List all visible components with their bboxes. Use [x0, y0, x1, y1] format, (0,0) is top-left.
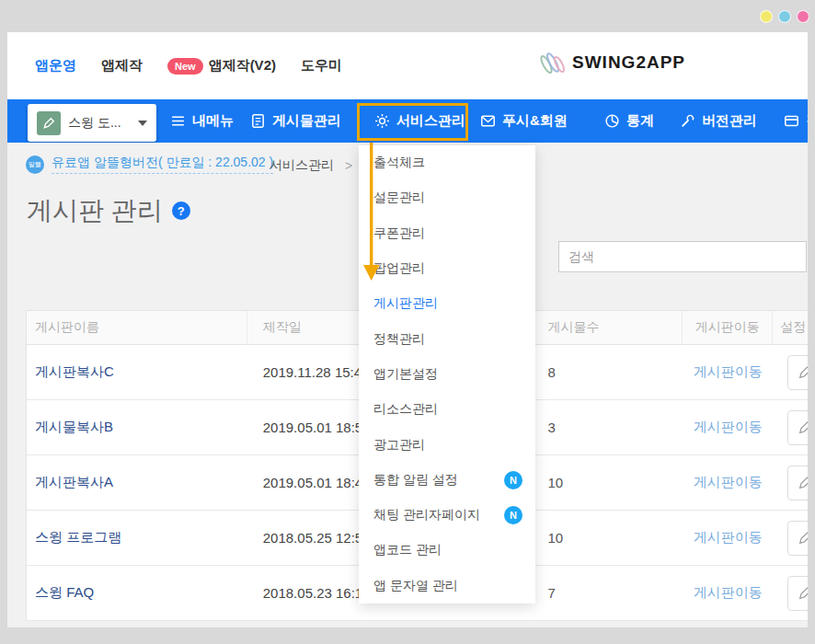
tab-helper[interactable]: 도우미 [301, 57, 342, 75]
edit-button[interactable] [787, 576, 808, 611]
app-window: 앱운영 앱제작 New 앱제작(V2) 도우미 SWING2APP 스윙 도.. [7, 32, 808, 627]
plan-text[interactable]: 유료앱 알뜰형버전( 만료일 : 22.05.02 ) [52, 155, 273, 174]
menu-item-survey[interactable]: 설문관리 [359, 180, 535, 215]
page-title: 게시판 관리 ? [27, 193, 190, 228]
menu-item-app-code[interactable]: 앱코드 관리 [359, 533, 535, 568]
menu-item-coupon[interactable]: 쿠폰관리 [359, 216, 535, 251]
nav-item-push-members[interactable]: 푸시&회원 [480, 99, 568, 143]
menu-item-label: 리소스관리 [373, 401, 438, 418]
tab-helper-label: 도우미 [301, 57, 342, 75]
tab-app-create[interactable]: 앱제작 [101, 57, 143, 75]
pie-icon [604, 113, 620, 129]
pencil-icon [798, 531, 808, 546]
page-title-label: 게시판 관리 [27, 193, 163, 228]
window-control-yellow[interactable] [760, 10, 773, 23]
pencil-icon [798, 586, 808, 601]
col-header-post-count: 게시물수 [529, 311, 683, 344]
nav-item-post-management[interactable]: 게시물관리 [250, 99, 341, 143]
nav-item-payment[interactable]: 결 [784, 99, 808, 143]
post-count: 8 [529, 364, 683, 380]
nav-item-service-management[interactable]: 서비스관리 [374, 99, 465, 143]
edit-button[interactable] [787, 410, 808, 445]
tab-app-create-v2-label: 앱제작(V2) [209, 57, 276, 75]
board-move-link[interactable]: 게시판이동 [694, 584, 763, 602]
plan-badge: 알뜰 [26, 155, 44, 174]
app-selector-label: 스윙 도... [68, 115, 131, 132]
new-feature-badge: N [504, 506, 522, 524]
menu-item-board-management[interactable]: 게시판관리 [359, 286, 535, 321]
edit-button[interactable] [787, 355, 808, 390]
board-move-link[interactable]: 게시판이동 [694, 419, 763, 436]
menu-item-app-basic-settings[interactable]: 앱기본설정 [359, 357, 535, 392]
new-badge: New [167, 58, 203, 75]
pencil-icon [37, 111, 61, 135]
nav-item-my-menu[interactable]: 내메뉴 [170, 99, 234, 143]
nav-item-payment-label: 결 [806, 112, 808, 130]
post-count: 7 [529, 585, 683, 601]
nav-item-service-management-label: 서비스관리 [396, 112, 465, 130]
post-count: 10 [529, 530, 683, 546]
board-move-link[interactable]: 게시판이동 [694, 474, 763, 491]
hamburger-icon [170, 113, 186, 129]
nav-item-statistics[interactable]: 통계 [604, 99, 654, 143]
menu-item-resource[interactable]: 리소스관리 [359, 392, 535, 427]
menu-item-label: 광고관리 [373, 437, 425, 454]
board-name-link[interactable]: 게시판복사C [35, 363, 114, 381]
menu-item-label: 통합 알림 설정 [373, 472, 458, 489]
board-name-link[interactable]: 스윙 프로그램 [35, 529, 121, 546]
nav-item-push-members-label: 푸시&회원 [502, 112, 568, 130]
help-icon[interactable]: ? [172, 201, 190, 220]
col-header-board-move: 게시판이동 [683, 311, 773, 344]
pencil-icon [798, 476, 808, 490]
window-control-blue[interactable] [778, 10, 791, 23]
menu-item-label: 설문관리 [373, 190, 425, 206]
edit-button[interactable] [787, 466, 808, 500]
breadcrumb-section-label: 서비스관리 [270, 157, 334, 174]
wrench-icon [680, 113, 695, 129]
nav-item-my-menu-label: 내메뉴 [192, 112, 234, 130]
menu-item-label: 앱기본설정 [373, 366, 438, 383]
menu-item-label: 쿠폰관리 [373, 225, 425, 242]
main-nav-bar: 스윙 도... 내메뉴 게시물관리 서비스관리 푸시&회원 통계 버전관리 [7, 99, 808, 143]
board-name-link[interactable]: 게시물복사B [35, 419, 113, 436]
nav-item-version-management-label: 버전관리 [702, 112, 757, 130]
nav-item-post-management-label: 게시물관리 [272, 112, 341, 130]
menu-item-policy[interactable]: 정책관리 [359, 321, 535, 356]
app-selector-dropdown[interactable]: 스윙 도... [28, 104, 156, 142]
card-icon [784, 113, 799, 129]
board-move-link[interactable]: 게시판이동 [694, 529, 763, 546]
edit-button[interactable] [787, 521, 808, 556]
board-name-link[interactable]: 게시판복사A [35, 474, 113, 491]
menu-item-label: 정책관리 [373, 331, 425, 348]
pencil-icon [798, 420, 808, 435]
nav-item-version-management[interactable]: 버전관리 [680, 99, 757, 143]
menu-item-app-strings[interactable]: 앱 문자열 관리 [359, 569, 535, 604]
menu-item-label: 채팅 관리자페이지 [373, 507, 480, 523]
document-icon [250, 113, 266, 129]
nav-item-statistics-label: 통계 [626, 112, 654, 130]
post-count: 10 [529, 475, 683, 490]
board-move-link[interactable]: 게시판이동 [694, 363, 763, 381]
tab-app-create-v2[interactable]: New 앱제작(V2) [167, 57, 276, 75]
chevron-down-icon [138, 121, 147, 126]
tab-app-create-label: 앱제작 [101, 57, 143, 75]
menu-item-label: 앱 문자열 관리 [373, 578, 458, 594]
col-header-board-name: 게시판이름 [27, 311, 247, 344]
col-header-settings: 설정 [773, 311, 808, 344]
menu-item-label: 앱코드 관리 [373, 542, 442, 558]
window-control-pink[interactable] [797, 10, 809, 23]
post-count: 3 [529, 420, 683, 435]
menu-item-attendance-check[interactable]: 출석체크 [359, 145, 535, 180]
menu-item-popup[interactable]: 팝업관리 [359, 251, 535, 286]
pencil-icon [798, 365, 808, 380]
new-feature-badge: N [504, 471, 522, 489]
menu-item-ads[interactable]: 광고관리 [359, 427, 535, 462]
menu-item-chat-admin-page[interactable]: 채팅 관리자페이지 N [359, 498, 535, 533]
logo-text: SWING2APP [572, 52, 685, 73]
tab-app-operation-label: 앱운영 [35, 57, 76, 75]
tab-app-operation[interactable]: 앱운영 [35, 57, 76, 75]
logo-feathers-icon [537, 48, 568, 77]
menu-item-unified-notification[interactable]: 통합 알림 설정 N [359, 463, 535, 498]
search-input[interactable] [558, 241, 807, 272]
board-name-link[interactable]: 스윙 FAQ [35, 584, 94, 602]
